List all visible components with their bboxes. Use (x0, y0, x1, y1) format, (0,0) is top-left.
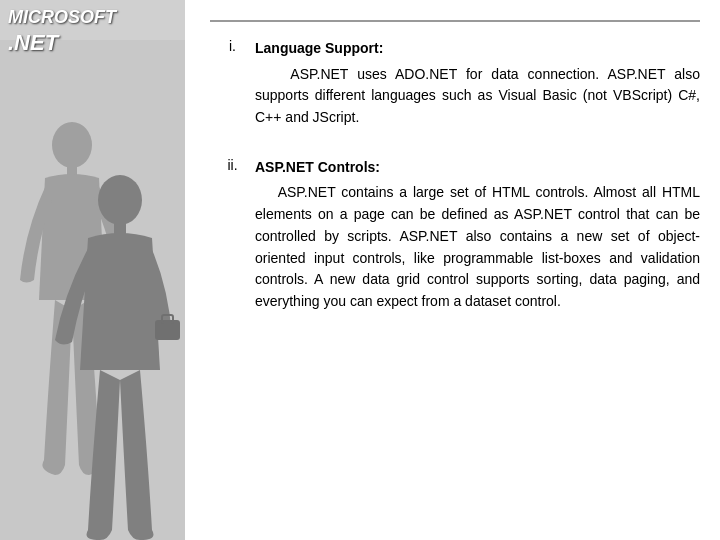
item-number-1: i. (210, 38, 255, 54)
svg-point-1 (52, 122, 92, 168)
svg-point-3 (98, 175, 142, 225)
logo-container: MICROSOFT .NET (8, 8, 116, 56)
item-title-1: Language Support: (255, 38, 700, 60)
logo-net: .NET (8, 30, 116, 56)
sidebar: MICROSOFT .NET (0, 0, 185, 540)
item-text-1: Language Support: ASP.NET uses ADO.NET f… (255, 38, 700, 129)
item-title-2: ASP.NET Controls: (255, 157, 700, 179)
main-content: i. Language Support: ASP.NET uses ADO.NE… (185, 0, 720, 540)
top-divider (210, 20, 700, 22)
logo-microsoft: MICROSOFT (8, 8, 116, 28)
silhouette-svg (0, 40, 185, 540)
item-body-2: ASP.NET contains a large set of HTML con… (255, 182, 700, 312)
content-item-2: ii. ASP.NET Controls: ASP.NET contains a… (210, 157, 700, 313)
item-body-1: ASP.NET uses ADO.NET for data connection… (255, 64, 700, 129)
page-container: MICROSOFT .NET (0, 0, 720, 540)
content-item-1: i. Language Support: ASP.NET uses ADO.NE… (210, 38, 700, 129)
item-text-2: ASP.NET Controls: ASP.NET contains a lar… (255, 157, 700, 313)
item-number-2: ii. (210, 157, 255, 173)
